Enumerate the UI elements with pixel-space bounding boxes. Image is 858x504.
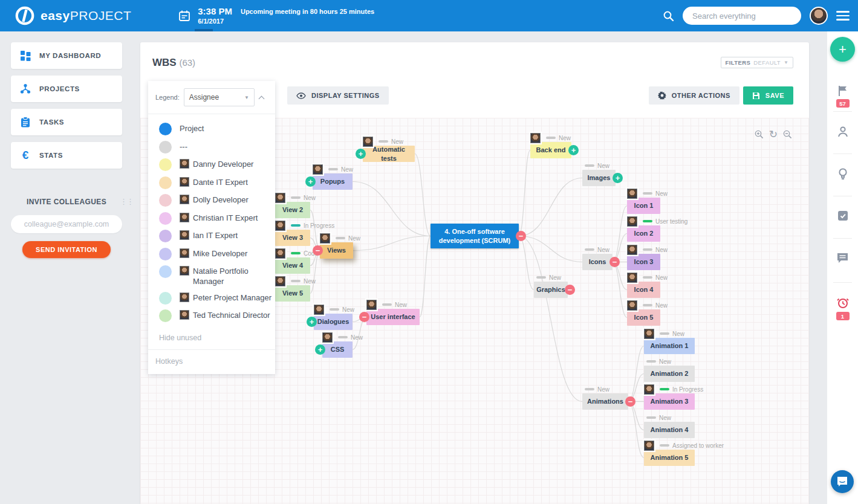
legend-item[interactable]: Christian IT Expert <box>159 212 275 225</box>
wbs-node-animation3[interactable]: Animation 3 <box>644 393 695 410</box>
wbs-node-animation1[interactable]: Animation 1 <box>644 338 695 354</box>
legend-item[interactable]: Danny Developer <box>159 158 275 171</box>
flags-badge: 57 <box>836 99 850 108</box>
legend-item[interactable]: Dolly Developer <box>159 194 275 207</box>
expand-plus-icon[interactable]: + <box>568 145 579 155</box>
wbs-node-view2[interactable]: View 2 <box>275 202 310 218</box>
rail-item-flags[interactable]: 57 <box>827 85 858 108</box>
collapse-minus-icon[interactable]: − <box>313 245 323 256</box>
search-input[interactable] <box>683 7 801 25</box>
wbs-node-icon2[interactable]: Icon 2 <box>627 225 660 242</box>
legend-item[interactable]: Ted Technical Director <box>159 309 275 322</box>
wbs-node-dialogues[interactable]: Dialogues <box>314 314 353 330</box>
legend-item[interactable]: Peter Project Manager <box>159 292 275 305</box>
clock-widget[interactable]: 3:38 PM 6/1/2017 <box>198 6 232 26</box>
status-bar <box>291 196 301 199</box>
collapse-minus-icon[interactable]: − <box>609 257 620 267</box>
save-button[interactable]: SAVE <box>743 86 793 105</box>
sidebar-item-stats[interactable]: € STATS <box>11 142 122 169</box>
wbs-node-view4[interactable]: View 4 <box>275 257 310 274</box>
legend-color-dot <box>159 309 172 322</box>
legend-item[interactable]: Mike Developer <box>159 248 275 260</box>
wbs-node-animation2[interactable]: Animation 2 <box>644 366 695 382</box>
hotkeys-link[interactable]: Hotkeys <box>148 350 275 374</box>
send-invitation-button[interactable]: SEND INVITATION <box>22 241 111 258</box>
menu-icon[interactable] <box>836 11 850 21</box>
wbs-node-images[interactable]: Images <box>582 170 616 186</box>
wbs-node-center[interactable]: 4. One-off software development (SCRUM) <box>431 224 519 248</box>
legend-type-select[interactable]: Assignee ▼ <box>184 88 255 106</box>
wbs-node-automatic-tests[interactable]: Automatic tests <box>363 146 415 162</box>
sidebar-item-projects[interactable]: PROJECTS <box>11 76 122 102</box>
calendar-icon[interactable] <box>178 10 190 22</box>
wbs-count: (63) <box>179 57 195 68</box>
expand-plus-icon[interactable]: + <box>315 344 325 355</box>
node-status: New <box>643 246 668 253</box>
status-bar <box>291 252 301 254</box>
wbs-node-icon3[interactable]: Icon 3 <box>627 254 660 270</box>
legend-item[interactable]: --- <box>159 141 275 153</box>
filters-dropdown[interactable]: FILTERS DEFAULT ▼ <box>721 57 793 68</box>
expand-plus-icon[interactable]: + <box>305 176 316 187</box>
status-label: New <box>391 138 403 145</box>
wbs-node-graphics[interactable]: Graphics <box>534 282 568 298</box>
legend-item[interactable]: Natalie Portfolio Manager <box>159 265 275 286</box>
wbs-node-icon5[interactable]: Icon 5 <box>627 309 660 326</box>
sidebar-item-my-dashboard[interactable]: MY DASHBOARD <box>11 42 122 69</box>
support-chat-launcher[interactable] <box>831 470 854 493</box>
wbs-node-view3[interactable]: View 3 <box>275 230 310 246</box>
rail-item-ideas[interactable] <box>827 167 858 181</box>
collapse-minus-icon[interactable]: − <box>516 231 526 241</box>
wbs-node-animation4[interactable]: Animation 4 <box>644 422 695 438</box>
sidebar-item-tasks[interactable]: TASKS <box>11 109 122 135</box>
expand-plus-icon[interactable]: + <box>307 317 317 327</box>
collapse-minus-icon[interactable]: − <box>625 396 635 407</box>
status-bar <box>660 444 669 447</box>
collapse-minus-icon[interactable]: − <box>359 312 369 322</box>
zoom-in-icon[interactable] <box>755 130 764 139</box>
wbs-node-animation5[interactable]: Animation 5 <box>644 450 695 466</box>
wbs-node-popups[interactable]: Popups <box>313 173 353 190</box>
legend-item[interactable]: Ian IT Expert <box>159 230 275 242</box>
refresh-icon[interactable]: ↻ <box>769 128 778 141</box>
wbs-node-icon4[interactable]: Icon 4 <box>627 282 660 298</box>
legend-label: Legend: <box>155 94 180 101</box>
wbs-node-view5[interactable]: View 5 <box>275 285 310 302</box>
wbs-node-css[interactable]: CSS <box>322 341 353 358</box>
legend-item[interactable]: Project <box>159 123 275 135</box>
expand-plus-icon[interactable]: + <box>356 149 366 159</box>
node-status: New <box>291 277 316 285</box>
sidebar-item-label: PROJECTS <box>39 85 80 92</box>
hide-unused-link[interactable]: Hide unused <box>148 330 275 349</box>
wbs-node-icon1[interactable]: Icon 1 <box>627 198 660 214</box>
invite-email-field[interactable] <box>11 215 122 233</box>
wbs-node-views[interactable]: Views <box>320 242 353 259</box>
wbs-node-user-interface[interactable]: User interface <box>366 309 420 325</box>
display-settings-button[interactable]: DISPLAY SETTINGS <box>287 86 389 105</box>
status-label: New <box>559 135 571 141</box>
wbs-node-icons[interactable]: Icons <box>582 254 613 270</box>
app-logo[interactable]: easyPROJECT <box>15 5 131 26</box>
zoom-out-icon[interactable] <box>783 130 792 139</box>
rail-item-messages[interactable] <box>827 252 858 264</box>
legend-item-name: Ted Technical Director <box>193 309 270 320</box>
rail-item-approvals[interactable] <box>827 210 858 222</box>
legend-item[interactable]: Dante IT Expert <box>159 176 275 189</box>
collapse-minus-icon[interactable]: − <box>565 285 575 295</box>
status-label: New <box>659 358 671 365</box>
status-label: New <box>304 278 316 285</box>
other-actions-button[interactable]: OTHER ACTIONS <box>649 86 739 105</box>
legend-collapse-button[interactable] <box>255 94 268 101</box>
search-icon[interactable] <box>663 10 674 22</box>
meeting-notice[interactable]: Upcoming meeting in 80 hours 25 minutes <box>241 8 374 15</box>
rail-item-alarms[interactable]: 1 <box>827 296 858 320</box>
node-status: In Progress <box>660 386 703 393</box>
assignee-avatar <box>644 441 654 451</box>
wbs-node-animations[interactable]: Animations <box>582 393 628 410</box>
wbs-node-backend[interactable]: Back end <box>530 142 571 158</box>
expand-plus-icon[interactable]: + <box>613 173 623 183</box>
user-avatar[interactable] <box>810 7 828 25</box>
rail-item-people[interactable] <box>827 125 858 138</box>
gear-icon <box>658 91 666 100</box>
add-button[interactable]: + <box>830 37 855 62</box>
